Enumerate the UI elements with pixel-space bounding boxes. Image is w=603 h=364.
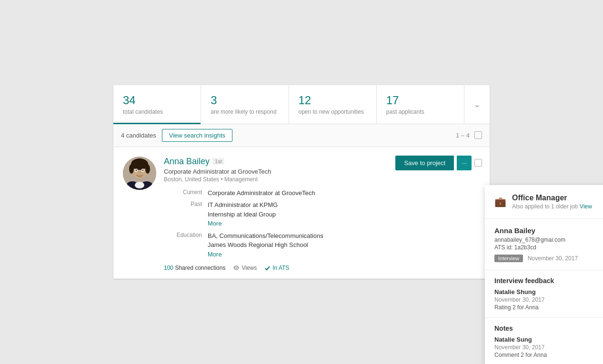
stats-expand[interactable]: ⌄ — [464, 85, 490, 124]
feedback-date: November 30, 2017 — [494, 296, 603, 303]
svg-point-16 — [236, 267, 237, 269]
popup-notes-section: Notes View all notes (2) Natalie Sung No… — [485, 318, 603, 364]
popup-notes-header: Notes View all notes (2) — [494, 325, 603, 332]
view-insights-button[interactable]: View search insights — [162, 129, 232, 142]
select-all-checkbox[interactable] — [474, 131, 482, 139]
popup-interview-row: Interview November 30, 2017 — [494, 255, 603, 262]
popup-candidate-section: Anna Bailey annabailey_678@gmai.com ATS … — [485, 219, 603, 270]
candidate-checkbox[interactable] — [474, 159, 482, 167]
details-grid: Current Corporate Administrator at Groov… — [164, 188, 480, 259]
popup-ats-id: ATS id: 1a2b3cd — [494, 244, 603, 251]
avatar — [123, 157, 156, 190]
stat-number-total: 34 — [123, 94, 191, 108]
popup-job-header: 💼 Office Manager Also applied to 1 older… — [485, 185, 603, 219]
popup-feedback-section: Interview feedback View all feedback (2)… — [485, 270, 603, 318]
past-item-1: Internship at Ideal Group — [208, 210, 480, 219]
stat-likely-respond[interactable]: 3 are more likely to respond — [201, 85, 289, 124]
in-ats-stat: In ATS — [264, 265, 289, 271]
education-item-1: James Woods Regional High School — [208, 240, 480, 250]
chevron-down-icon: ⌄ — [474, 100, 480, 109]
current-value: Corporate Administrator at GrooveTech — [208, 188, 480, 198]
past-values: IT Administrator at KPMG Internship at I… — [208, 200, 480, 228]
popup-interview-date: November 30, 2017 — [528, 255, 578, 262]
popup-view-link[interactable]: View — [580, 203, 592, 210]
svg-point-14 — [135, 182, 144, 188]
popup-email: annabailey_678@gmai.com — [494, 236, 603, 243]
feedback-person-name: Natalie Shung — [494, 288, 603, 295]
svg-point-8 — [136, 169, 137, 171]
views-label: Views — [241, 265, 257, 271]
stat-number-respond: 3 — [211, 94, 279, 108]
toolbar-row: 4 candidates View search insights 1 – 4 — [113, 124, 490, 147]
checkmark-icon — [264, 265, 271, 271]
popup-job-info: Office Manager Also applied to 1 older j… — [512, 194, 592, 210]
stat-number-past: 17 — [386, 94, 454, 108]
education-values: BA, Communications/Telecommunications Ja… — [208, 231, 480, 259]
svg-point-5 — [145, 164, 150, 174]
svg-point-10 — [139, 172, 141, 173]
notes-date: November 30, 2017 — [494, 344, 603, 351]
save-to-project-button[interactable]: Save to project — [395, 156, 454, 170]
candidates-count: 4 candidates — [121, 132, 156, 139]
stat-past-applicants[interactable]: 17 past applicants — [377, 85, 464, 124]
actions-row: Save to project ··· — [395, 156, 482, 170]
stat-open-opportunities[interactable]: 12 open to new opportunities — [289, 85, 377, 124]
stat-label-total: total candidates — [123, 108, 191, 115]
svg-point-9 — [142, 169, 144, 171]
popup-job-title: Office Manager — [512, 194, 592, 202]
pagination-label: 1 – 4 — [456, 132, 470, 139]
current-label: Current — [164, 188, 202, 198]
popup-feedback-title: Interview feedback — [494, 277, 554, 285]
popup-candidate-name: Anna Bailey — [494, 226, 603, 235]
shared-connections-count: 100 — [164, 265, 173, 271]
feedback-note: Rating 2 for Anna — [494, 304, 603, 311]
toolbar-right: 1 – 4 — [456, 131, 482, 139]
briefcase-icon: 💼 — [494, 196, 506, 207]
candidate-card: Anna Bailey 1st Corporate Administrator … — [113, 147, 490, 279]
stats-row: 34 total candidates 3 are more likely to… — [113, 85, 490, 124]
notes-note: Comment 2 for Anna — [494, 352, 603, 358]
shared-connections-label: Shared connections — [175, 265, 225, 271]
candidate-info: Anna Bailey 1st Corporate Administrator … — [164, 157, 480, 272]
svg-point-4 — [129, 164, 134, 174]
stat-label-open: open to new opportunities — [299, 108, 367, 115]
stat-label-respond: are more likely to respond — [211, 108, 279, 115]
popup-card: 💼 Office Manager Also applied to 1 older… — [485, 185, 603, 364]
svg-point-20 — [238, 266, 239, 267]
popup-notes-title: Notes — [494, 325, 513, 332]
past-item-0: IT Administrator at KPMG — [208, 200, 480, 210]
views-stat: Views — [233, 265, 257, 271]
more-actions-button[interactable]: ··· — [457, 156, 472, 170]
connection-degree-badge: 1st — [212, 158, 224, 165]
footer-stats: 100 Shared connections Views — [164, 265, 480, 271]
interview-badge: Interview — [494, 255, 523, 262]
past-label: Past — [164, 200, 202, 228]
popup-feedback-header: Interview feedback View all feedback (2) — [494, 277, 603, 285]
views-icon — [233, 265, 240, 271]
candidate-location: Boston, United States • Management — [164, 176, 480, 183]
education-label: Education — [164, 231, 202, 259]
stat-total-candidates[interactable]: 34 total candidates — [113, 85, 201, 124]
education-item-0: BA, Communications/Telecommunications — [208, 231, 480, 241]
stat-label-past: past applicants — [386, 108, 454, 115]
in-ats-label: In ATS — [272, 265, 289, 271]
candidate-name[interactable]: Anna Bailey — [164, 157, 210, 167]
more-past-link[interactable]: More — [208, 219, 480, 228]
avatar-image — [123, 157, 156, 190]
more-education-link[interactable]: More — [208, 250, 480, 259]
svg-point-19 — [234, 266, 235, 267]
notes-person-name: Natalie Sung — [494, 336, 603, 343]
shared-connections[interactable]: 100 Shared connections — [164, 265, 225, 271]
main-container: 34 total candidates 3 are more likely to… — [113, 85, 490, 279]
stat-number-open: 12 — [299, 94, 367, 108]
popup-job-sub: Also applied to 1 older job View — [512, 203, 592, 210]
